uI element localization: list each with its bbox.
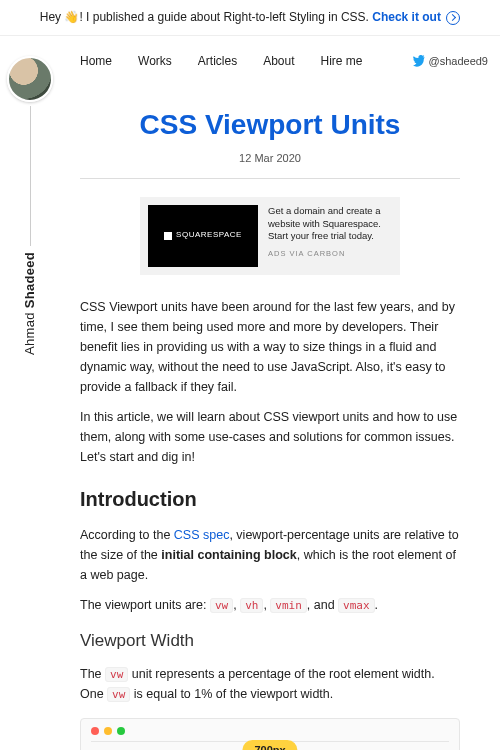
code-vmax: vmax [338, 598, 375, 613]
paragraph: The viewport units are: vw, vh, vmin, an… [80, 595, 460, 615]
author-sidebar: Ahmad Shadeed [0, 56, 60, 355]
figure-viewport-width: 700px width: 50vw 350px [80, 718, 460, 750]
css-spec-link[interactable]: CSS spec [174, 528, 230, 542]
paragraph: According to the CSS spec, viewport-perc… [80, 525, 460, 585]
close-dot-icon [91, 727, 99, 735]
arrow-circle-icon [446, 11, 460, 25]
label-outer-width: 700px [242, 740, 297, 750]
page-title: CSS Viewport Units [80, 103, 460, 148]
banner-text: Hey 👋! I published a guide about Right-t… [40, 10, 373, 24]
code-vw: vw [105, 667, 128, 682]
code-vw: vw [210, 598, 233, 613]
twitter-handle: @shadeed9 [429, 53, 489, 71]
code-vw: vw [107, 687, 130, 702]
nav-hire[interactable]: Hire me [321, 52, 363, 71]
minimize-dot-icon [104, 727, 112, 735]
divider-vertical [30, 106, 31, 246]
paragraph: The vw unit represents a percentage of t… [80, 664, 460, 704]
avatar[interactable] [7, 56, 53, 102]
maximize-dot-icon [117, 727, 125, 735]
ad-attribution: ADS VIA CARBON [268, 249, 392, 259]
code-vmin: vmin [270, 598, 307, 613]
paragraph: CSS Viewport units have been around for … [80, 297, 460, 397]
nav-articles[interactable]: Articles [198, 52, 237, 71]
carbon-ad[interactable]: SQUARESPACE Get a domain and create a we… [140, 197, 400, 275]
author-name: Ahmad Shadeed [20, 252, 41, 355]
twitter-link[interactable]: @shadeed9 [412, 53, 489, 71]
code-vh: vh [240, 598, 263, 613]
heading-viewport-width: Viewport Width [80, 627, 460, 654]
paragraph: In this article, we will learn about CSS… [80, 407, 460, 467]
publish-date: 12 Mar 2020 [80, 150, 460, 168]
window-controls [91, 727, 449, 735]
ad-copy: Get a domain and create a website with S… [268, 205, 392, 267]
divider [80, 178, 460, 179]
heading-introduction: Introduction [80, 483, 460, 515]
main-nav: Home Works Articles About Hire me @shade… [0, 36, 500, 81]
ad-image: SQUARESPACE [148, 205, 258, 267]
nav-about[interactable]: About [263, 52, 294, 71]
nav-home[interactable]: Home [80, 52, 112, 71]
announcement-banner: Hey 👋! I published a guide about Right-t… [0, 0, 500, 36]
banner-link[interactable]: Check it out [372, 10, 460, 24]
article: CSS Viewport Units 12 Mar 2020 SQUARESPA… [0, 81, 500, 750]
nav-works[interactable]: Works [138, 52, 172, 71]
twitter-icon [412, 55, 425, 68]
